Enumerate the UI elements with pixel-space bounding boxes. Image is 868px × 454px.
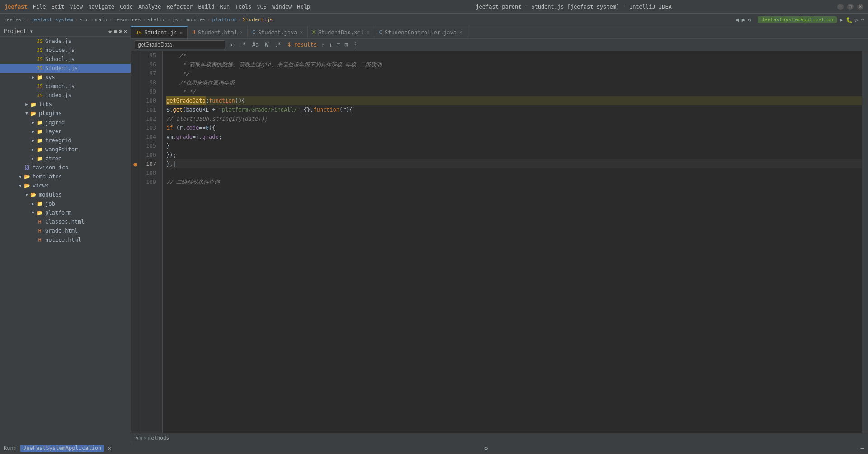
tab-studentcontrollerjava[interactable]: C StudentController.java ✕	[374, 26, 467, 38]
close-button[interactable]: ✕	[857, 4, 863, 10]
search-case-button[interactable]: Aa	[250, 41, 260, 49]
search-context-button[interactable]: □	[335, 41, 342, 49]
tree-item-treegrid[interactable]: ▶ 📁 treegrid	[0, 136, 131, 145]
folder-arrow: ▶	[30, 147, 36, 152]
breadcrumb-file[interactable]: Student.js	[243, 17, 273, 23]
tab-close-button[interactable]: ✕	[180, 30, 183, 36]
sidebar-settings-icon[interactable]: ⚙	[119, 28, 122, 34]
menu-code[interactable]: Code	[120, 4, 133, 10]
breadcrumb-jeefast[interactable]: jeefast	[4, 17, 24, 23]
tree-item-gradejs[interactable]: JS Grade.js	[0, 37, 131, 46]
menu-tools[interactable]: Tools	[235, 4, 251, 10]
menu-navigate[interactable]: Navigate	[88, 4, 114, 10]
search-word-button[interactable]: W	[263, 41, 270, 49]
search-in-selection-button[interactable]: ⊞	[343, 41, 350, 49]
menu-refactor[interactable]: Refactor	[167, 4, 193, 10]
tree-item-job[interactable]: ▶ 📁 job	[0, 199, 131, 208]
breadcrumb-main[interactable]: main	[95, 17, 108, 23]
menu-edit[interactable]: Edit	[51, 4, 64, 10]
breadcrumb-platform[interactable]: platform	[212, 17, 236, 23]
search-prev-button[interactable]: ↑	[320, 41, 326, 49]
tree-item-modules[interactable]: ▼ 📂 modules	[0, 190, 131, 199]
tree-item-views[interactable]: ▼ 📂 views	[0, 181, 131, 190]
tree-item-platform[interactable]: ▼ 📂 platform	[0, 208, 131, 217]
search-close-button[interactable]: ✕	[228, 41, 235, 49]
menu-window[interactable]: Window	[272, 4, 292, 10]
search-next-button[interactable]: ↓	[327, 41, 334, 49]
tree-item-layer[interactable]: ▶ 📁 layer	[0, 127, 131, 136]
tree-item-libs[interactable]: ▶ 📁 libs	[0, 100, 131, 109]
tree-item-noticejs[interactable]: JS notice.js	[0, 46, 131, 55]
breadcrumb-static[interactable]: static	[147, 17, 165, 23]
tree-item-wangeditor[interactable]: ▶ 📁 wangEditor	[0, 145, 131, 154]
tab-close-button[interactable]: ✕	[459, 29, 462, 35]
run-app-button[interactable]: JeeFastSystemApplication	[20, 445, 104, 452]
sidebar-toolbar[interactable]: ⊕ ≡ ⚙ ✕	[108, 28, 127, 34]
tree-item-noticehtml[interactable]: H notice.html	[0, 235, 131, 244]
tree-item-plugins[interactable]: ▼ 📂 plugins	[0, 109, 131, 118]
tree-item-studentjs[interactable]: JS Student.js	[0, 64, 131, 73]
gutter-99	[131, 87, 140, 96]
breadcrumb-system[interactable]: jeefast-system	[31, 17, 73, 23]
run-coverage-button[interactable]: ▷	[855, 17, 859, 23]
tree-item-classeshtml[interactable]: H Classes.html	[0, 217, 131, 226]
run-panel-close-button[interactable]: ─	[861, 445, 864, 452]
tab-studentjava[interactable]: C Student.java ✕	[248, 26, 308, 38]
tree-label: plugins	[39, 110, 62, 117]
search-regex-button[interactable]: .*	[237, 41, 247, 49]
run-more-button[interactable]: ⋯	[861, 17, 864, 23]
gutter-103	[131, 123, 140, 132]
tab-close-button[interactable]: ✕	[300, 29, 303, 35]
tree-item-templates[interactable]: ▼ 📂 templates	[0, 172, 131, 181]
tree-item-schooljs[interactable]: JS School.js	[0, 55, 131, 64]
run-settings-button[interactable]: ⚙	[484, 445, 488, 452]
navigate-back-icon[interactable]: ◀	[736, 16, 739, 23]
tab-studentjs[interactable]: JS Student.js ✕	[131, 26, 188, 38]
tree-item-favicon[interactable]: 🖼 favicon.ico	[0, 163, 131, 172]
menu-run[interactable]: Run	[220, 4, 230, 10]
tree-item-commonjs[interactable]: JS common.js	[0, 82, 131, 91]
breadcrumb-js[interactable]: js	[172, 17, 178, 23]
search-input[interactable]	[135, 40, 225, 49]
tree-label: Classes.html	[45, 219, 85, 225]
tab-close-button[interactable]: ✕	[367, 29, 370, 35]
run-config-button[interactable]: JeeFastSystemApplication	[758, 16, 837, 23]
run-debug-button[interactable]: 🐛	[846, 17, 853, 23]
tree-item-gradehtml[interactable]: H Grade.html	[0, 226, 131, 235]
search-navigation[interactable]: ↑ ↓ □ ⊞ ⋮	[320, 41, 360, 49]
window-controls[interactable]: ─ □ ✕	[837, 4, 863, 10]
breadcrumb-src[interactable]: src	[80, 17, 89, 23]
run-button[interactable]: ▶	[840, 17, 843, 23]
sidebar-hide-icon[interactable]: ✕	[124, 28, 127, 34]
search-bar: ✕ .* Aa W .* 4 results ↑ ↓ □ ⊞ ⋮	[131, 39, 868, 51]
tab-studentdaoxml[interactable]: X StudentDao.xml ✕	[308, 26, 374, 38]
run-close-button[interactable]: ✕	[108, 445, 111, 452]
menu-view[interactable]: View	[70, 4, 83, 10]
tree-item-indexjs[interactable]: JS index.js	[0, 91, 131, 100]
tab-close-button[interactable]: ✕	[240, 29, 243, 35]
tree-item-sys[interactable]: ▶ 📁 sys	[0, 73, 131, 82]
menu-file[interactable]: File	[33, 4, 46, 10]
bookmark-icon: ●	[133, 160, 137, 168]
breadcrumb-modules[interactable]: modules	[184, 17, 205, 23]
tree-label: Grade.html	[45, 228, 78, 234]
tree-item-jqgrid[interactable]: ▶ 📁 jqgrid	[0, 118, 131, 127]
settings-icon[interactable]: ⚙	[748, 16, 752, 23]
sidebar-locate-icon[interactable]: ⊕	[108, 28, 112, 34]
tree-item-ztree[interactable]: ▶ 📁 ztree	[0, 154, 131, 163]
navigate-fwd-icon[interactable]: ▶	[742, 16, 745, 23]
code-editor[interactable]: ● 95 96 97 98 99 100 101 102 103 104 105…	[131, 51, 868, 433]
menu-build[interactable]: Build	[198, 4, 214, 10]
menu-help[interactable]: Help	[297, 4, 310, 10]
minimize-button[interactable]: ─	[837, 4, 844, 10]
breadcrumb-resources[interactable]: resources	[114, 17, 141, 23]
menu-bar[interactable]: jeefast File Edit View Navigate Code Ana…	[5, 4, 310, 10]
sidebar-collapse-icon[interactable]: ≡	[113, 28, 117, 34]
menu-vcs[interactable]: VCS	[257, 4, 267, 10]
maximize-button[interactable]: □	[847, 4, 854, 10]
search-options-button[interactable]: .*	[273, 41, 283, 49]
code-content[interactable]: /* * 获取年级表的数据, 获取主键gid, 来定位该年级下的具体班级 年级 …	[163, 51, 862, 433]
search-filter-button[interactable]: ⋮	[351, 41, 360, 49]
tab-studenthtml[interactable]: H Student.html ✕	[188, 26, 248, 38]
menu-analyze[interactable]: Analyze	[138, 4, 161, 10]
